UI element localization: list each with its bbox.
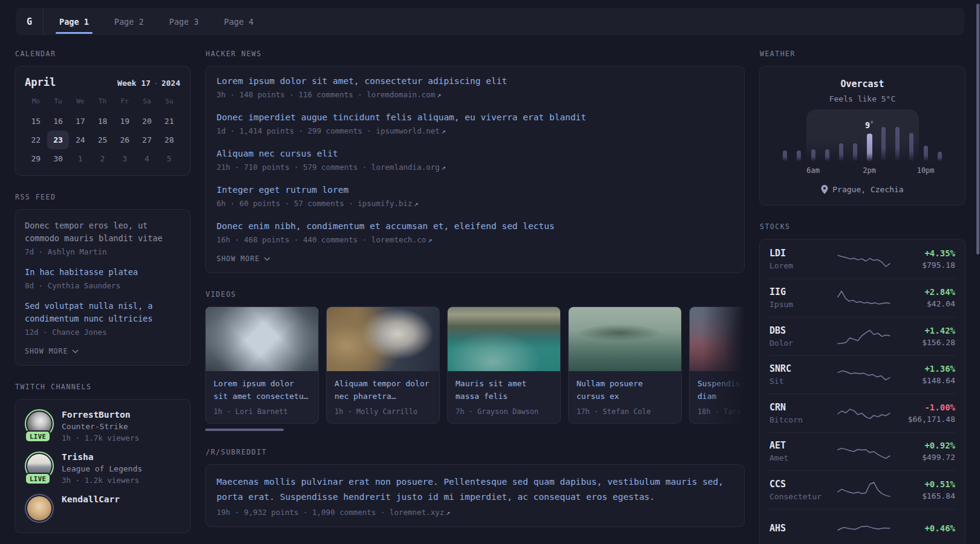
hackernews-item-title[interactable]: Integer eget rutrum lorem — [217, 185, 733, 195]
stock-row[interactable]: SNRCSit+1.36%$148.64 — [769, 355, 955, 394]
stock-change: -1.00% — [893, 403, 955, 412]
tab-page-2[interactable]: Page 2 — [105, 8, 154, 35]
live-badge: LIVE — [25, 430, 51, 442]
rss-section-title: RSS FEED — [15, 193, 191, 201]
stock-identity: IIGIpsum — [769, 287, 834, 309]
calendar-day: 28 — [158, 131, 180, 149]
rss-item-title[interactable]: Donec tempor eros leo, ut commodo mauris… — [25, 219, 180, 245]
external-link-icon: ↗ — [446, 508, 450, 517]
hackernews-item-title[interactable]: Aliquam nec cursus elit — [217, 149, 733, 158]
rss-item-title[interactable]: In hac habitasse platea — [25, 266, 180, 279]
rss-item-meta: 7d · Ashlyn Martin — [25, 247, 180, 256]
weekday-label: Mo — [25, 97, 47, 112]
weather-hour-label: 2pm — [863, 166, 876, 175]
stock-sparkline — [834, 287, 893, 309]
stock-symbol: SNRC — [769, 363, 834, 374]
app-logo[interactable]: G — [16, 8, 44, 35]
current-temperature-label: 9° — [865, 120, 874, 130]
temperature-value: 9 — [865, 120, 870, 130]
channel-meta: 3h · 1.2k viewers — [62, 476, 142, 485]
weather-bar-current — [867, 134, 872, 161]
calendar-day: 2 — [91, 149, 114, 168]
hackernews-item-title[interactable]: Lorem ipsum dolor sit amet, consectetur … — [217, 76, 733, 86]
stock-identity: AHS — [769, 523, 834, 534]
channel-name[interactable]: KendallCarr — [62, 494, 120, 504]
videos-section-title: VIDEOS — [206, 290, 745, 299]
hackernews-item-title[interactable]: Donec enim nibh, condimentum et accumsan… — [217, 221, 733, 231]
hackernews-item-title[interactable]: Donec imperdiet augue tincidunt felis al… — [217, 112, 733, 122]
stock-symbol: LDI — [769, 248, 834, 259]
stocks-widget: STOCKS LDILorem+4.35%$795.18IIGIpsum+2.8… — [759, 222, 965, 544]
tab-page-3[interactable]: Page 3 — [160, 8, 209, 35]
channel-name[interactable]: Trisha — [62, 452, 142, 462]
chevron-down-icon — [72, 349, 79, 354]
tab-page-4[interactable]: Page 4 — [214, 8, 263, 35]
calendar-day: 27 — [136, 131, 158, 149]
channel-category: Counter-Strike — [62, 422, 139, 431]
degree-symbol: ° — [870, 120, 874, 127]
calendar-day: 4 — [136, 149, 158, 168]
weather-bar-slot — [848, 113, 862, 161]
external-link-icon: ↗ — [428, 236, 432, 244]
calendar-day: 16 — [47, 112, 70, 131]
video-card[interactable]: Mauris sit amet massa felis7h · Grayson … — [447, 306, 561, 424]
video-card[interactable]: Nullam posuere cursus ex17h · Stefan Col… — [568, 306, 682, 424]
avatar-ring — [25, 494, 54, 523]
stocks-card: LDILorem+4.35%$795.18IIGIpsum+2.84%$42.0… — [759, 239, 965, 544]
rss-item-title[interactable]: Sed volutpat nulla nisl, a condimentum n… — [25, 300, 180, 325]
video-title[interactable]: Suspendisse diam — [697, 377, 745, 403]
left-column: CALENDAR April Week 17·2024 MoTuWeThFrSa… — [15, 50, 191, 533]
stock-change: +0.46% — [893, 523, 955, 533]
videos-horizontal-scrollbar[interactable] — [205, 429, 284, 431]
calendar-day: 22 — [25, 131, 47, 149]
rss-show-more-button[interactable]: SHOW MORE — [25, 347, 79, 355]
channel-name[interactable]: ForrestBurton — [62, 410, 139, 419]
video-card-body: Aliquam tempor dolor nec pharetra…1h · M… — [327, 371, 439, 423]
subreddit-post-title[interactable]: Maecenas mollis pulvinar erat non posuer… — [217, 474, 733, 505]
video-card[interactable]: Suspendisse diam18h · Tara — [689, 306, 745, 424]
video-card-body: Suspendisse diam18h · Tara — [690, 371, 745, 423]
channel-category: League of Legends — [62, 464, 142, 473]
stock-row[interactable]: AHS+0.46% — [769, 509, 955, 544]
hackernews-item-meta: 3h · 148 points · 116 comments · loremdo… — [217, 90, 733, 99]
stock-price: $165.84 — [893, 491, 955, 500]
videos-widget: VIDEOS Lorem ipsum dolor sit amet consec… — [205, 290, 745, 431]
stock-values: +1.36%$148.64 — [893, 364, 955, 385]
avatar: LIVE — [25, 452, 54, 481]
stock-row[interactable]: CCSConsectetur+0.51%$165.84 — [769, 470, 955, 509]
video-title[interactable]: Lorem ipsum dolor sit amet consectetu… — [214, 377, 310, 403]
hackernews-show-more-button[interactable]: SHOW MORE — [217, 254, 270, 263]
stock-name: Amet — [769, 453, 834, 462]
stock-symbol: AHS — [769, 523, 834, 534]
weather-bar — [839, 143, 843, 161]
stock-row[interactable]: DBSDolor+1.42%$156.28 — [769, 317, 955, 355]
video-card[interactable]: Aliquam tempor dolor nec pharetra…1h · M… — [326, 306, 440, 424]
video-meta: 17h · Stefan Cole — [577, 407, 673, 416]
stock-row[interactable]: CRNBitcorn-1.00%$66,171.48 — [769, 393, 955, 432]
external-link-icon: ↗ — [437, 91, 441, 99]
stock-row[interactable]: IIGIpsum+2.84%$42.04 — [769, 279, 955, 317]
subreddit-list: Maecenas mollis pulvinar erat non posuer… — [217, 474, 733, 517]
weather-bar — [797, 151, 801, 161]
video-card[interactable]: Lorem ipsum dolor sit amet consectetu…1h… — [205, 306, 319, 424]
weather-bar — [853, 143, 857, 161]
twitch-widget: TWITCH CHANNELS LIVEForrestBurtonCounter… — [15, 383, 191, 533]
stock-row[interactable]: LDILorem+4.35%$795.18 — [769, 240, 955, 279]
twitch-channel[interactable]: LIVETrishaLeague of Legends3h · 1.2k vie… — [25, 452, 180, 485]
video-title[interactable]: Nullam posuere cursus ex — [577, 377, 673, 403]
channel-info: TrishaLeague of Legends3h · 1.2k viewers — [62, 452, 142, 485]
twitch-channel[interactable]: LIVEForrestBurtonCounter-Strike1h · 1.7k… — [25, 409, 180, 442]
avatar — [25, 494, 54, 523]
video-title[interactable]: Aliquam tempor dolor nec pharetra… — [335, 377, 431, 403]
stock-row[interactable]: AETAmet+0.92%$499.72 — [769, 432, 955, 471]
rss-card: Donec tempor eros leo, ut commodo mauris… — [15, 209, 191, 366]
calendar-year: 2024 — [162, 79, 180, 88]
subreddit-card: Maecenas mollis pulvinar erat non posuer… — [205, 464, 745, 527]
tab-page-1[interactable]: Page 1 — [50, 8, 99, 35]
page-scrollbar[interactable] — [976, 4, 979, 254]
external-link-icon: ↗ — [442, 163, 446, 172]
stock-values: +2.84%$42.04 — [893, 287, 955, 308]
rss-item: Sed volutpat nulla nisl, a condimentum n… — [25, 300, 180, 337]
twitch-channel[interactable]: KendallCarr — [25, 494, 180, 523]
video-title[interactable]: Mauris sit amet massa felis — [456, 377, 552, 403]
